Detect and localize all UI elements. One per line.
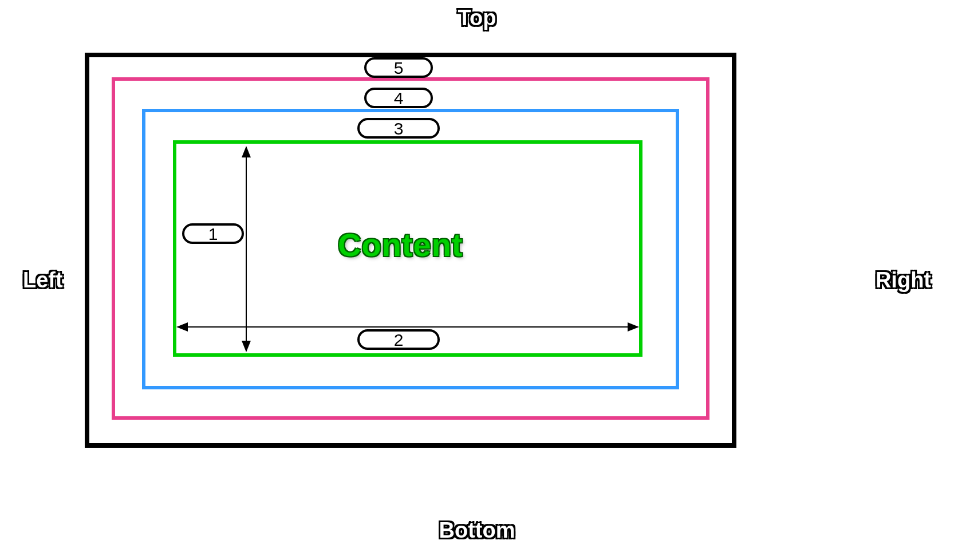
callout-1: 1 [182,223,244,244]
callout-3: 3 [357,118,440,139]
left-label: Left [23,268,63,293]
bottom-label: Bottom [439,518,515,543]
callout-5: 5 [364,57,433,78]
dimension-arrows [173,140,642,357]
callout-4: 4 [364,88,433,108]
top-label: Top [458,6,496,30]
right-label: Right [876,268,931,293]
callout-2: 2 [357,329,440,350]
